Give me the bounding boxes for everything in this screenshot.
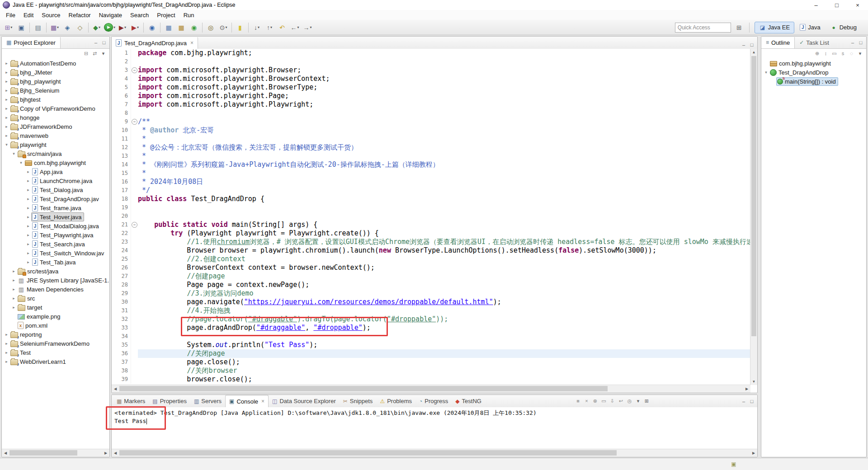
expand-expander-icon[interactable]: ▸ [11, 305, 17, 310]
open-perspective-icon[interactable] [734, 23, 744, 33]
code-line-35[interactable]: 35 System.out.println("Test Pass"); [112, 341, 750, 349]
search-button[interactable]: ⊙▾ [217, 22, 230, 33]
console-hscrollbar[interactable]: ◀ ▶ [112, 449, 757, 457]
code-line-13[interactable]: 13 * [112, 152, 750, 160]
code-line-19[interactable]: 19 [112, 203, 750, 212]
explorer-item-bjhg-playwright[interactable]: ▸bjhg_playwright [2, 77, 109, 86]
outline-item-main-string-void[interactable]: main(String[]) : void [761, 77, 866, 86]
expand-expander-icon[interactable]: ▸ [4, 61, 9, 66]
view-menu-button[interactable]: ▾ [99, 49, 108, 58]
explorer-item-launchchrome-java[interactable]: ▸LaunchChrome.java [2, 176, 109, 185]
fold-collapse-icon[interactable]: − [131, 221, 138, 229]
clear-console-button[interactable]: ▭ [599, 397, 608, 405]
project-explorer-hscrollbar[interactable]: ◀ ▶ [2, 449, 109, 457]
back-button[interactable]: ←▾ [288, 22, 301, 33]
tab-task-list[interactable]: ✓Task List [795, 37, 834, 48]
tab-problems[interactable]: ⚠Problems [376, 396, 415, 407]
explorer-item-example-png[interactable]: example.png [2, 312, 109, 321]
remove-all-terminated-button[interactable]: ⊗ [591, 397, 599, 405]
expand-expander-icon[interactable]: ▸ [4, 88, 9, 93]
explorer-item-target[interactable]: ▸target [2, 303, 109, 312]
explorer-item-mavenweb[interactable]: ▸mavenweb [2, 131, 109, 140]
console-content[interactable]: <terminated> Test_DragAndDrop [Java Appl… [112, 407, 757, 449]
expand-expander-icon[interactable]: ▸ [11, 278, 17, 282]
code-line-3[interactable]: 3−import com.microsoft.playwright.Browse… [112, 66, 750, 75]
menu-run[interactable]: Run [179, 12, 198, 19]
link-with-editor-button[interactable]: ⇄ [90, 49, 99, 58]
explorer-item-webdriverlearn1[interactable]: ▸WebDriverLearn1 [2, 357, 109, 366]
tab-properties[interactable]: ▤Properties [149, 396, 190, 407]
expand-expander-icon[interactable]: ▸ [4, 106, 9, 111]
expand-expander-icon[interactable]: ▸ [4, 133, 9, 138]
forward-button[interactable]: →▾ [301, 22, 314, 33]
code-line-38[interactable]: 38 //关闭browser [112, 367, 750, 375]
code-line-8[interactable]: 8 [112, 109, 750, 118]
tab-testng[interactable]: ◆TestNG [452, 396, 485, 407]
explorer-item-test[interactable]: ▸Test [2, 348, 109, 357]
explorer-item-test-playwright-java[interactable]: ▸Test_Playwright.java [2, 230, 109, 240]
editor-tab-test-draganddrop[interactable]: Test_DragAndDrop.java × [112, 37, 198, 49]
close-button[interactable]: × [847, 0, 868, 10]
remove-launch-button[interactable]: × [582, 397, 591, 405]
new-package-button[interactable]: ▦ [175, 22, 188, 33]
explorer-item-test-switch-window-jav[interactable]: ▸Test_Switch_Window.jav [2, 249, 109, 258]
code-line-28[interactable]: 28 Page page = context.newPage(); [112, 281, 750, 289]
minimize-button[interactable]: – [806, 0, 826, 10]
expand-expander-icon[interactable]: ▸ [25, 242, 31, 246]
collapse-expander-icon[interactable]: ▾ [11, 151, 17, 156]
open-web-browser-button[interactable]: ◉ [146, 22, 158, 33]
fold-collapse-icon[interactable]: − [131, 66, 138, 75]
expand-expander-icon[interactable]: ▸ [4, 97, 9, 102]
collapse-expander-icon[interactable]: ▾ [18, 160, 24, 165]
new-wizard-button[interactable]: ⊞▾ [2, 22, 15, 33]
code-line-6[interactable]: 6import com.microsoft.playwright.Page; [112, 92, 750, 100]
perspective-java-button[interactable]: Java [795, 22, 825, 33]
pin-console-button[interactable]: ◎ [625, 397, 634, 405]
editor-vscrollbar[interactable]: ▲ ▼ [750, 49, 757, 385]
expand-expander-icon[interactable]: ▸ [4, 350, 9, 355]
expand-expander-icon[interactable]: ▸ [25, 233, 31, 237]
code-line-2[interactable]: 2 [112, 57, 750, 66]
save-button[interactable]: ▣ [15, 22, 28, 33]
explorer-item-test-tab-java[interactable]: ▸Test_Tab.java [2, 258, 109, 267]
toggle-mark-occurrences-button[interactable]: ▮ [234, 22, 246, 33]
code-line-10[interactable]: 10 * @author 北京-宏哥 [112, 126, 750, 135]
collapse-expander-icon[interactable]: ▾ [4, 142, 9, 147]
explorer-item-bjhgtest[interactable]: ▸bjhgtest [2, 95, 109, 104]
tab-markers[interactable]: ▦Markers [113, 396, 149, 407]
open-type-button[interactable]: ◎ [204, 22, 217, 33]
external-tools-button[interactable]: ▶▾ [129, 22, 142, 33]
explorer-item-test-search-java[interactable]: ▸Test_Search.java [2, 240, 109, 249]
tab-snippets[interactable]: ✂Snippets [340, 396, 377, 407]
scroll-lock-button[interactable]: ⇩ [608, 397, 617, 405]
expand-expander-icon[interactable]: ▸ [25, 179, 31, 183]
code-line-9[interactable]: 9−/** [112, 118, 750, 126]
expand-expander-icon[interactable]: ▸ [4, 341, 9, 346]
explorer-item-src[interactable]: ▸src [2, 294, 109, 303]
coverage-button[interactable]: ▶▾ [116, 22, 129, 33]
explorer-item-bjhg-jmeter[interactable]: ▸bjhg_JMeter [2, 68, 109, 77]
minimize-view-icon[interactable]: – [740, 397, 748, 405]
code-line-7[interactable]: 7import com.microsoft.playwright.Playwri… [112, 100, 750, 109]
quick-access-input[interactable] [675, 23, 731, 33]
code-line-15[interactable]: 15 * [112, 169, 750, 178]
code-line-23[interactable]: 23 //1.使用chromium浏览器，# 浏览器配置，设置以GUI模式启动C… [112, 238, 750, 246]
code-line-4[interactable]: 4import com.microsoft.playwright.Browser… [112, 75, 750, 83]
tab-servers[interactable]: ▥Servers [190, 396, 225, 407]
sort-button[interactable]: ↕ [821, 49, 830, 58]
minimize-view-icon[interactable]: – [92, 38, 100, 47]
hide-static-button[interactable]: s [839, 49, 847, 58]
expand-expander-icon[interactable]: ▸ [4, 70, 9, 75]
new-class-button[interactable]: ◉ [188, 22, 200, 33]
expand-expander-icon[interactable]: ▸ [25, 197, 31, 201]
fold-collapse-icon[interactable]: − [131, 118, 138, 126]
expand-expander-icon[interactable]: ▸ [11, 287, 17, 291]
expand-expander-icon[interactable]: ▸ [25, 169, 31, 174]
scroll-right-icon[interactable]: ▶ [743, 385, 750, 392]
explorer-item-com-bjhg-playwright[interactable]: ▾com.bjhg.playwright [2, 158, 109, 167]
explorer-item-maven-dependencies[interactable]: ▸Maven Dependencies [2, 285, 109, 294]
code-line-14[interactable]: 14 * 《刚刚问世》系列初窥篇-Java+Playwright自动化测试-20… [112, 160, 750, 169]
scroll-up-icon[interactable]: ▲ [750, 49, 757, 56]
explorer-item-copy-of-vipframeworkdemo[interactable]: ▸Copy of VipFrameworkDemo [2, 104, 109, 113]
outline-item-com-bjhg-playwright[interactable]: com.bjhg.playwright [761, 59, 866, 68]
